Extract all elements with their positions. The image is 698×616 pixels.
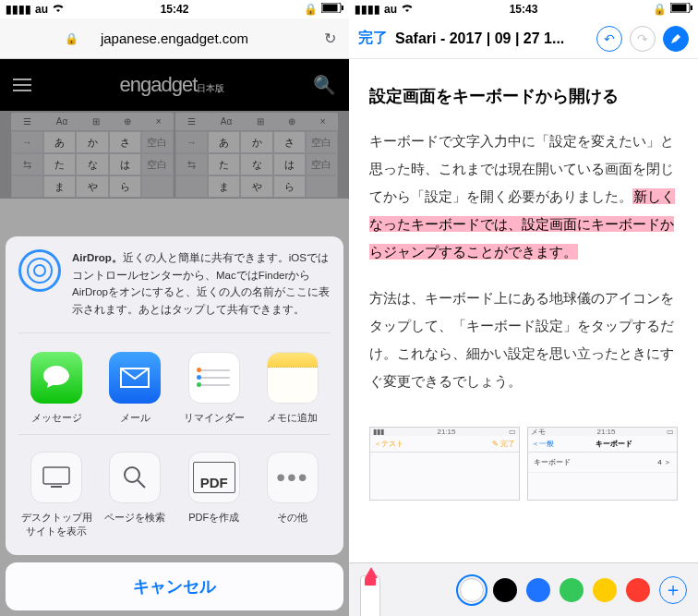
svg-point-5 [125, 467, 139, 482]
left-device: ▮▮▮▮ au 15:42 🔒 🔒 japanese.engadget.com … [0, 0, 349, 616]
markup-button[interactable] [663, 26, 689, 52]
color-swatch-black[interactable] [493, 578, 517, 602]
document-title: Safari - 2017 | 09 | 27 1... [395, 30, 589, 47]
pen-tool[interactable] [360, 575, 380, 616]
color-swatch-blue[interactable] [526, 578, 550, 602]
cancel-button[interactable]: キャンセル [6, 562, 343, 610]
svg-rect-3 [43, 467, 69, 484]
url-text: japanese.engadget.com [101, 30, 248, 46]
paragraph-1: キーボードで文字入力中に「設定を変えたい」と思った時、これまでは現在開いている画… [369, 127, 678, 266]
status-bar: ▮▮▮▮ au 15:42 🔒 [0, 0, 349, 18]
orientation-lock-icon: 🔒 [653, 3, 667, 16]
action-find-on-page[interactable]: ページを検索 [102, 452, 167, 538]
reload-icon[interactable]: ↻ [324, 30, 336, 47]
color-swatch-red[interactable] [626, 578, 650, 602]
svg-rect-2 [342, 6, 343, 10]
share-app-mail[interactable]: メール [102, 352, 167, 425]
svg-rect-8 [672, 5, 687, 12]
airdrop-description: AirDrop。近くの人と簡単に共有できます。iOSではコントロールセンターから… [72, 249, 331, 318]
battery-icon [670, 3, 692, 16]
svg-line-6 [138, 480, 145, 488]
address-bar[interactable]: 🔒 japanese.engadget.com ↻ [0, 18, 349, 59]
svg-rect-1 [323, 5, 338, 12]
paragraph-2: 方法は、キーボード上にある地球儀のアイコンをタップして、「キーボード設定」をタッ… [369, 284, 678, 395]
notes-icon [267, 352, 319, 404]
color-swatch-green[interactable] [560, 578, 584, 602]
share-app-notes[interactable]: メモに追加 [260, 352, 325, 425]
article-heading: 設定画面をキーボードから開ける [369, 79, 678, 113]
add-tool-button[interactable]: ＋ [659, 576, 687, 604]
airdrop-section[interactable]: AirDrop。近くの人と簡単に共有できます。iOSではコントロールセンターから… [18, 249, 331, 333]
messages-icon [30, 352, 82, 404]
clock: 15:43 [510, 3, 538, 16]
share-app-messages[interactable]: メッセージ [24, 352, 89, 425]
signal-icon: ▮▮▮▮ [6, 3, 31, 16]
share-actions-row: デスクトップ用 サイトを表示 ページを検索 PDF PDFを作成 ••• [18, 434, 331, 548]
share-sheet: AirDrop。近くの人と簡単に共有できます。iOSではコントロールセンターから… [6, 236, 343, 610]
action-create-pdf[interactable]: PDF PDFを作成 [182, 452, 247, 538]
status-bar: ▮▮▮▮ au 15:43 🔒 [349, 0, 698, 18]
markup-toolbar: 完了 Safari - 2017 | 09 | 27 1... ↶ ↷ [349, 18, 698, 59]
markup-tool-tray: ＋ [349, 562, 698, 616]
reminders-icon [188, 352, 240, 404]
wifi-icon [52, 3, 65, 16]
pdf-icon: PDF [188, 452, 240, 503]
airdrop-icon [18, 249, 61, 292]
color-swatch-yellow[interactable] [593, 578, 617, 602]
share-app-reminders[interactable]: リマインダー [182, 352, 247, 425]
undo-button[interactable]: ↶ [596, 26, 622, 52]
battery-icon [321, 3, 343, 16]
lock-icon: 🔒 [65, 32, 78, 45]
document-body[interactable]: 設定画面をキーボードから開ける キーボードで文字入力中に「設定を変えたい」と思っ… [349, 59, 698, 423]
signal-icon: ▮▮▮▮ [355, 3, 380, 16]
svg-rect-4 [51, 486, 62, 488]
mini-screenshot-2: メモ21:15▭ ＜一般キーボード キーボード4 ＞ [527, 427, 678, 501]
mail-icon [109, 352, 161, 404]
magnifier-icon [109, 452, 161, 503]
more-icon: ••• [267, 452, 319, 503]
wifi-icon [401, 3, 414, 16]
right-device: ▮▮▮▮ au 15:43 🔒 完了 Safari - 2017 | 09 | … [349, 0, 698, 616]
color-swatch-white[interactable] [460, 578, 484, 602]
embedded-screenshots: ▮▮▮21:15▭ ＜テスト✎ 完了 メモ21:15▭ ＜一般キーボード キーボ… [349, 423, 698, 501]
clock: 15:42 [161, 3, 189, 16]
action-desktop-site[interactable]: デスクトップ用 サイトを表示 [24, 452, 89, 538]
mini-screenshot-1: ▮▮▮21:15▭ ＜テスト✎ 完了 [369, 427, 520, 501]
carrier: au [35, 3, 48, 16]
action-more[interactable]: ••• その他 [260, 452, 325, 538]
desktop-icon [30, 452, 82, 503]
orientation-lock-icon: 🔒 [304, 3, 318, 16]
share-apps-row: メッセージ メール リマインダー [18, 333, 331, 434]
svg-rect-9 [691, 6, 692, 10]
done-button[interactable]: 完了 [358, 29, 388, 48]
carrier: au [384, 3, 397, 16]
redo-button: ↷ [630, 26, 656, 52]
